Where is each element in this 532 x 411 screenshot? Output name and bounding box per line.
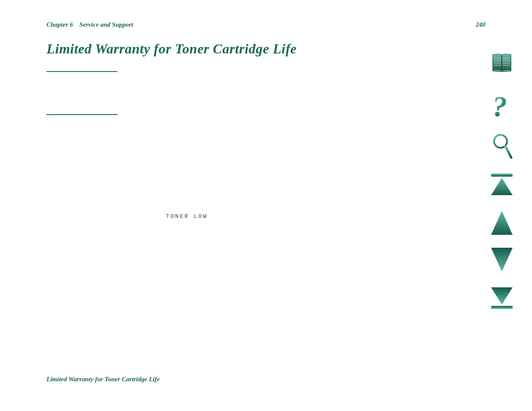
underline-1 [47, 71, 118, 72]
chapter-info: Chapter 6 Service and Support [47, 21, 133, 28]
page-number: 240 [476, 21, 486, 28]
svg-marker-15 [491, 178, 513, 195]
last-page-button[interactable] [487, 280, 517, 314]
first-page-button[interactable] [487, 168, 517, 202]
svg-marker-17 [491, 248, 513, 271]
header: Chapter 6 Service and Support 240 [47, 21, 485, 28]
first-page-icon [488, 170, 515, 200]
next-page-button[interactable] [487, 243, 517, 276]
prev-page-icon [489, 209, 514, 237]
main-title: Limited Warranty for Toner Cartridge Lif… [47, 41, 297, 57]
svg-rect-14 [491, 174, 513, 177]
toner-low-text: TONER LOW [166, 213, 208, 220]
page-container: Chapter 6 Service and Support 240 Limite… [0, 0, 532, 411]
svg-marker-18 [491, 287, 513, 305]
sidebar-icons: ? [487, 43, 517, 319]
prev-page-button[interactable] [487, 207, 517, 239]
svg-rect-19 [491, 306, 513, 309]
help-icon: ? [490, 90, 514, 122]
svg-text:?: ? [492, 90, 507, 122]
svg-line-13 [505, 146, 511, 158]
next-page-icon [489, 246, 514, 274]
underline-2 [47, 114, 118, 115]
svg-marker-16 [491, 211, 513, 235]
chapter-label: Chapter 6 Service and Support [47, 21, 133, 28]
last-page-icon [488, 282, 515, 312]
help-icon-button[interactable]: ? [487, 86, 517, 125]
book-icon-button[interactable] [487, 43, 517, 82]
footer-title: Limited Warranty for Toner Cartridge Lif… [47, 376, 160, 383]
book-icon [489, 51, 515, 75]
search-icon-button[interactable] [487, 129, 517, 164]
search-icon [491, 133, 513, 161]
